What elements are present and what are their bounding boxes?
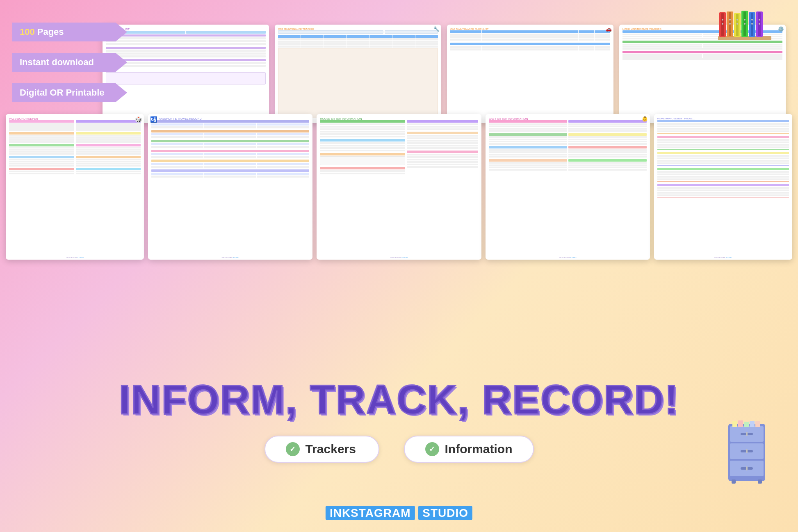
svg-rect-40 xyxy=(732,479,736,484)
car-tracker-icon: 🔧 xyxy=(433,26,440,32)
ins-policy-notes: Policy Notes xyxy=(106,69,266,71)
svg-point-14 xyxy=(722,23,723,25)
svg-point-16 xyxy=(729,23,731,25)
bottom-cards-row: 🎲 PASSWORD KEEPER xyxy=(6,114,792,260)
car-checklist-icon: 🚗 xyxy=(606,26,612,32)
card-home-improvement: HOME IMPROVEMENT PROJE... xyxy=(654,114,792,260)
pill-information: ✓ Information xyxy=(404,436,534,463)
baby-icon: 👶 xyxy=(642,116,648,122)
insurance-title: INSURANCE LIST xyxy=(106,28,266,31)
card-password-keeper: 🎲 PASSWORD KEEPER xyxy=(6,114,144,260)
svg-point-23 xyxy=(759,19,760,21)
inkstagram-logo-baby: INKSTAGRAM STUDIO xyxy=(559,256,576,258)
svg-point-22 xyxy=(751,23,753,25)
svg-rect-39 xyxy=(755,421,760,427)
badge-digital: Digital OR Printable xyxy=(12,83,127,102)
pill-trackers: ✓ Trackers xyxy=(264,436,379,463)
card-insurance-list: INSURANCE LIST Policy Notes INKSTAGRAM S… xyxy=(103,25,269,123)
password-icon: 🎲 xyxy=(135,116,142,123)
house-sitter-title: HOUSE SITTER INFORMATION xyxy=(320,117,478,120)
card-baby-sitter: 👶 BABY SITTER INFORMATION xyxy=(486,114,650,260)
card-car-checklist: 🚗 CAR MAINTENANCE CHECKLIST xyxy=(447,25,613,123)
svg-rect-28 xyxy=(746,432,748,436)
information-check-icon: ✓ xyxy=(425,442,439,456)
svg-rect-6 xyxy=(736,14,739,36)
svg-point-18 xyxy=(736,23,738,25)
inkstagram-logo-imp: INKSTAGRAM STUDIO xyxy=(714,256,732,258)
pills-row: ✓ Trackers ✓ Information xyxy=(264,436,534,463)
svg-rect-34 xyxy=(746,466,748,470)
svg-point-13 xyxy=(722,19,723,21)
svg-point-21 xyxy=(751,19,753,21)
baby-sitter-title: BABY SITTER INFORMATION xyxy=(489,117,647,120)
badge-instant-text: Instant download xyxy=(20,57,94,68)
passport-title: PASSPORT & TRAVEL RECORD xyxy=(159,117,309,120)
svg-rect-37 xyxy=(744,422,749,427)
card-house-sitter: HOUSE SITTER INFORMATION xyxy=(317,114,481,260)
svg-point-19 xyxy=(744,19,746,21)
passport-icon: 🛂 xyxy=(150,116,157,123)
badge-pages: 100 Pages xyxy=(12,23,127,41)
badge-pages-text: Pages xyxy=(37,27,64,37)
svg-point-15 xyxy=(729,19,731,21)
top-cards-row: INSURANCE LIST Policy Notes INKSTAGRAM S… xyxy=(103,25,786,125)
main-title: INFORM, TRACK, RECORD! xyxy=(119,376,679,423)
svg-point-20 xyxy=(744,23,746,25)
trackers-label: Trackers xyxy=(306,442,356,456)
home-vendors-icon: ⚙️ xyxy=(778,26,784,32)
inkstagram-logo-house: INKSTAGRAM STUDIO xyxy=(390,256,408,258)
svg-point-17 xyxy=(736,19,738,21)
bottom-section: INFORM, TRACK, RECORD! ✓ Trackers ✓ Info… xyxy=(0,368,798,532)
svg-point-24 xyxy=(759,23,760,25)
password-title: PASSWORD KEEPER xyxy=(9,117,141,120)
inkstagram-logo-pw: INKSTAGRAM STUDIO xyxy=(66,256,83,258)
card-car-tracker: 🔧 CAR MAINTENANCE TRACKER xyxy=(275,25,441,123)
information-label: Information xyxy=(445,442,513,456)
brand-suffix: STUDIO xyxy=(418,506,472,520)
badge-pages-highlight: 100 xyxy=(20,27,35,37)
svg-rect-36 xyxy=(738,420,743,427)
badge-digital-text: Digital OR Printable xyxy=(20,87,105,98)
brand-prefix: INKSTAGRAM xyxy=(326,506,415,520)
svg-rect-31 xyxy=(746,449,748,453)
badge-instant: Instant download xyxy=(12,53,127,72)
svg-rect-35 xyxy=(732,421,737,427)
trackers-check-icon: ✓ xyxy=(286,442,300,456)
svg-rect-38 xyxy=(750,421,755,427)
brand-text: INKSTAGRAM STUDIO xyxy=(326,506,472,520)
svg-rect-41 xyxy=(758,479,762,484)
inkstagram-logo-passport: INKSTAGRAM STUDIO xyxy=(222,256,239,258)
binders-illustration xyxy=(716,4,773,47)
badges-container: 100 Pages Instant download Digital OR Pr… xyxy=(12,23,127,102)
card-passport-travel: 🛂 PASSPORT & TRAVEL RECORD xyxy=(148,114,312,260)
filing-cabinet-illustration xyxy=(724,420,773,487)
brand-area: INKSTAGRAM STUDIO xyxy=(326,507,472,520)
